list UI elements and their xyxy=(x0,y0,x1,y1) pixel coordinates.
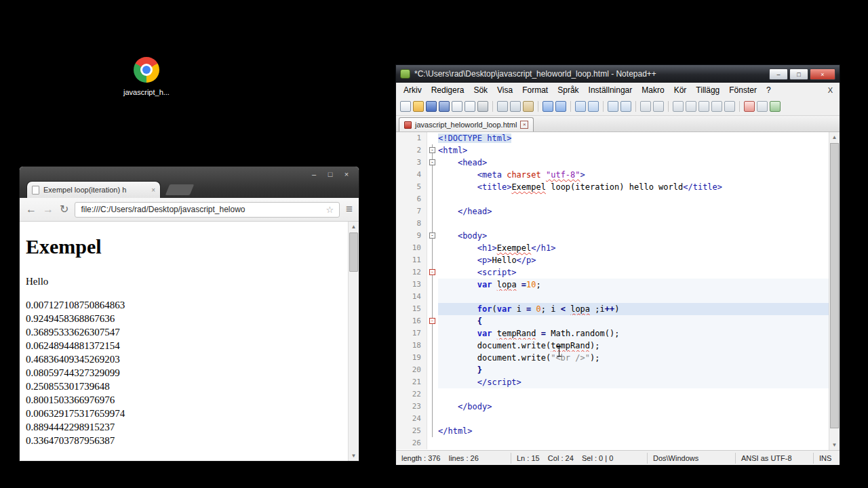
code-line-5[interactable]: 5 <title>Exempel loop(iteration) hello w… xyxy=(396,181,840,193)
browser-maximize-button[interactable]: □ xyxy=(322,169,338,180)
zoom-in-icon[interactable] xyxy=(608,101,618,112)
code-line-21[interactable]: 21 </script> xyxy=(396,376,840,388)
close-all-icon[interactable] xyxy=(465,101,475,112)
save-icon[interactable] xyxy=(426,101,437,112)
code-line-10[interactable]: 10 <h1>Exempel</h1> xyxy=(396,242,840,254)
browser-tab[interactable]: Exempel loop(iteration) h × xyxy=(26,181,161,198)
browser-close-button[interactable]: × xyxy=(338,169,355,180)
show-all-chars-icon[interactable] xyxy=(686,101,696,112)
code-line-12[interactable]: 12- <script> xyxy=(396,266,840,279)
code-line-20[interactable]: 20 } xyxy=(396,364,840,376)
code-line-14[interactable]: 14 xyxy=(396,291,840,303)
code-line-19[interactable]: 19 document.write("<br />"); xyxy=(396,352,840,364)
editor-scrollbar-thumb[interactable] xyxy=(830,143,839,428)
notepad-titlebar[interactable]: *C:\Users\rad\Desktop\javascript_helowor… xyxy=(396,65,840,83)
reload-icon[interactable]: ↻ xyxy=(60,204,68,215)
code-editor[interactable]: 1<!DOCTYPE html>2-<html>3- <head>4 <meta… xyxy=(396,132,840,450)
scroll-down-icon[interactable]: ▼ xyxy=(349,451,359,461)
zoom-out-icon[interactable] xyxy=(620,101,631,112)
code-line-8[interactable]: 8 xyxy=(396,218,840,230)
notepad-maximize-button[interactable]: □ xyxy=(789,68,808,80)
code-line-25[interactable]: 25</html> xyxy=(396,425,840,437)
code-line-6[interactable]: 6 xyxy=(396,193,840,205)
menu-item-fnster[interactable]: Fönster xyxy=(724,84,762,96)
editor-scroll-down-icon[interactable]: ▼ xyxy=(829,440,840,450)
fold-toggle-icon[interactable]: - xyxy=(429,159,435,165)
code-line-4[interactable]: 4 <meta charset "utf-8"> xyxy=(396,169,840,181)
open-icon[interactable] xyxy=(413,101,424,112)
menu-item-kr[interactable]: Kör xyxy=(669,84,692,96)
menu-item-sk[interactable]: Sök xyxy=(469,84,492,96)
function-list-icon[interactable] xyxy=(711,101,722,112)
document-tab[interactable]: javascript_heloworld_loop.html × xyxy=(399,117,534,131)
menu-item-visa[interactable]: Visa xyxy=(492,84,517,96)
menu-item-tillgg[interactable]: Tillägg xyxy=(691,84,724,96)
cut-icon[interactable] xyxy=(497,101,508,112)
fold-toggle-icon[interactable]: - xyxy=(429,269,435,275)
code-line-11[interactable]: 11 <p>Hello</p> xyxy=(396,254,840,266)
play-macro-icon[interactable] xyxy=(770,101,781,112)
code-line-13[interactable]: 13 var lopa =10; xyxy=(396,279,840,291)
bookmark-star-icon[interactable]: ☆ xyxy=(326,205,334,215)
forward-icon[interactable]: → xyxy=(43,204,54,215)
editor-scrollbar[interactable]: ▲ ▼ xyxy=(829,132,840,450)
code-line-26[interactable]: 26 xyxy=(396,437,840,449)
document-tab-close-icon[interactable]: × xyxy=(520,121,528,129)
code-line-9[interactable]: 9- <body> xyxy=(396,230,840,242)
menu-item-arkiv[interactable]: Arkiv xyxy=(399,84,427,96)
browser-tab-close-icon[interactable]: × xyxy=(151,186,155,194)
code-line-23[interactable]: 23 </body> xyxy=(396,401,840,413)
address-bar[interactable]: file:///C:/Users/rad/Desktop/javascript_… xyxy=(75,202,340,218)
code-line-15[interactable]: 15 for(var i = 0; i < lopa ;i++) xyxy=(396,303,840,315)
back-icon[interactable]: ← xyxy=(26,204,37,215)
close-doc-icon[interactable] xyxy=(452,101,462,112)
redo-icon[interactable] xyxy=(555,101,566,112)
code-line-1[interactable]: 1<!DOCTYPE html> xyxy=(396,132,840,144)
menu-item-sprk[interactable]: Språk xyxy=(553,84,583,96)
fold-toggle-icon[interactable]: - xyxy=(429,147,435,153)
menubar-close-x[interactable]: X xyxy=(828,86,833,94)
stop-macro-icon[interactable] xyxy=(757,101,768,112)
fold-toggle-icon[interactable]: - xyxy=(429,318,435,324)
code-line-24[interactable]: 24 xyxy=(396,413,840,425)
doc-map-icon[interactable] xyxy=(724,101,735,112)
code-line-16[interactable]: 16- { xyxy=(396,315,840,327)
code-line-17[interactable]: 17 var tempRand = Math.random(); xyxy=(396,327,840,340)
menu-item-makro[interactable]: Makro xyxy=(637,84,669,96)
copy-icon[interactable] xyxy=(510,101,521,112)
browser-titlebar[interactable]: – □ × Exempel loop(iteration) h × xyxy=(20,167,359,198)
code-line-22[interactable]: 22 xyxy=(396,388,840,401)
print-icon[interactable] xyxy=(477,101,488,112)
browser-minimize-button[interactable]: – xyxy=(306,169,322,180)
menu-item-[interactable]: ? xyxy=(762,84,776,96)
browser-scrollbar-thumb[interactable] xyxy=(349,232,358,272)
record-macro-icon[interactable] xyxy=(744,101,755,112)
browser-menu-icon[interactable]: ≡ xyxy=(346,203,353,216)
scroll-up-icon[interactable]: ▲ xyxy=(349,222,359,232)
code-line-3[interactable]: 3- <head> xyxy=(396,157,840,169)
notepad-minimize-button[interactable]: – xyxy=(769,68,788,80)
address-bar-url[interactable]: file:///C:/Users/rad/Desktop/javascript_… xyxy=(81,205,326,214)
save-all-icon[interactable] xyxy=(439,101,450,112)
undo-icon[interactable] xyxy=(542,101,553,112)
browser-scrollbar[interactable]: ▲ ▼ xyxy=(348,222,359,461)
notepad-close-button[interactable]: × xyxy=(810,68,835,80)
new-tab-button[interactable] xyxy=(165,184,194,195)
code-line-2[interactable]: 2-<html> xyxy=(396,144,840,157)
desktop-icon-chrome[interactable]: javascript_h... xyxy=(117,57,176,96)
indent-guide-icon[interactable] xyxy=(698,101,709,112)
sync-scroll-h-icon[interactable] xyxy=(653,101,664,112)
replace-icon[interactable] xyxy=(588,101,599,112)
menu-item-redigera[interactable]: Redigera xyxy=(427,84,469,96)
code-line-18[interactable]: 18 document.write(tempRand); xyxy=(396,340,840,352)
menu-item-instllningar[interactable]: Inställningar xyxy=(584,84,637,96)
find-icon[interactable] xyxy=(575,101,586,112)
menu-item-format[interactable]: Format xyxy=(517,84,553,96)
paste-icon[interactable] xyxy=(523,101,534,112)
word-wrap-icon[interactable] xyxy=(673,101,684,112)
code-line-7[interactable]: 7 </head> xyxy=(396,205,840,218)
fold-toggle-icon[interactable]: - xyxy=(429,232,435,239)
sync-scroll-v-icon[interactable] xyxy=(640,101,651,112)
editor-scroll-up-icon[interactable]: ▲ xyxy=(829,132,840,142)
new-file-icon[interactable] xyxy=(400,101,411,112)
